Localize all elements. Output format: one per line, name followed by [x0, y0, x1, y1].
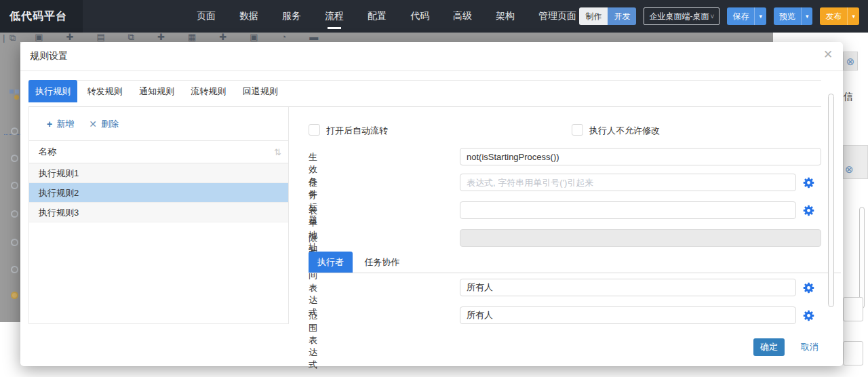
chevron-down-icon: ˅	[711, 13, 715, 20]
tree-bullet-icon	[11, 210, 18, 218]
dialog-footer: 确定 取消	[753, 338, 818, 356]
tab-flow-rule[interactable]: 流转规则	[184, 80, 233, 102]
app-logo: 低代码平台	[0, 0, 83, 33]
list-item-rule2-selected[interactable]: 执行规则2	[29, 183, 288, 203]
tree-bullet-icon	[11, 266, 18, 273]
nav-item-pages[interactable]: 页面	[197, 6, 216, 26]
toolbar-icon: ✚	[219, 33, 226, 42]
page-scrollbar-thumb[interactable]	[859, 207, 865, 309]
tree-bullet-icon	[11, 292, 18, 299]
column-name-label: 名称	[39, 146, 56, 158]
toolbar-icon: ✚	[66, 33, 74, 42]
tab-rollback-rule[interactable]: 回退规则	[236, 80, 285, 102]
assignee-subtabs: 执行者 任务协作	[309, 252, 841, 273]
time-limit-input	[460, 229, 821, 247]
auto-flow-label: 打开后自动流转	[326, 125, 388, 137]
close-icon[interactable]: ✕	[821, 48, 835, 62]
toolbar-icon: ▦	[188, 33, 196, 42]
nav-item-admin-pages[interactable]: 管理页面	[538, 6, 576, 26]
tab-notify-rule[interactable]: 通知规则	[132, 80, 181, 102]
toolbar-icon: ⧉	[128, 33, 134, 42]
preview-button[interactable]: 预览 ▾	[774, 7, 813, 25]
mode-toggle: 制作 开发	[579, 7, 636, 25]
save-dropdown-caret-icon[interactable]: ▾	[754, 7, 766, 25]
toolbar-icon: ◔	[281, 33, 287, 42]
rule-settings-dialog: 规则设置 ✕ 执行规则 转发规则 通知规则 流转规则 回退规则 + 新增 ✕ 删…	[20, 42, 843, 366]
condition-input[interactable]	[460, 148, 821, 165]
scope-expression-input[interactable]	[460, 306, 796, 324]
toolbar-icon: ▣	[35, 33, 43, 42]
tree-bullet-icon	[11, 182, 18, 189]
gear-icon[interactable]	[803, 177, 814, 188]
dimmed-sidebar-strip: | ⧉	[0, 33, 20, 322]
auto-flow-checkbox[interactable]	[309, 124, 320, 136]
list-item-rule3[interactable]: 执行规则3	[29, 203, 288, 222]
subtab-task-collaboration[interactable]: 任务协作	[355, 252, 408, 273]
divider-bar-icon: |	[3, 33, 5, 43]
cancel-button[interactable]: 取消	[801, 341, 818, 353]
nav-item-data[interactable]: 数据	[239, 6, 258, 26]
circle-cross-icon[interactable]: ⊗	[846, 56, 855, 66]
topbar-actions: 制作 开发 企业桌面端-桌面 ˅ 保存 ▾ 预览 ▾ 发布 ▾	[579, 7, 859, 25]
dialog-header: 规则设置 ✕	[20, 42, 843, 71]
nav-item-services[interactable]: 服务	[282, 6, 301, 26]
form-address-input[interactable]	[460, 201, 796, 219]
preview-dropdown-caret-icon[interactable]: ▾	[801, 7, 813, 25]
gear-icon[interactable]	[803, 205, 814, 216]
nav-item-advanced[interactable]: 高级	[453, 6, 472, 26]
confirm-button[interactable]: 确定	[753, 338, 785, 356]
delete-rule-button[interactable]: ✕ 删除	[89, 118, 119, 130]
subtab-executor[interactable]: 执行者	[309, 252, 353, 273]
publish-button[interactable]: 发布 ▾	[820, 7, 859, 25]
field-clear-box: ⊗	[843, 145, 868, 179]
mode-make-button[interactable]: 制作	[579, 7, 608, 25]
nav-item-code[interactable]: 代码	[410, 6, 429, 26]
no-modify-label: 执行人不允许修改	[589, 125, 660, 137]
tree-bullet-icon	[11, 155, 18, 162]
plus-icon: +	[47, 119, 52, 130]
list-item-rule1[interactable]: 执行规则1	[29, 163, 288, 183]
expression-input[interactable]	[460, 279, 796, 296]
toolbar-icon: ▬	[309, 33, 318, 42]
task-title-input[interactable]	[460, 174, 796, 191]
no-modify-checkbox[interactable]	[572, 124, 583, 136]
dimmed-toolbar-strip: ⧉ ▣ ✚ ▤ ⧉ ✚ ▦ ✚ ▣ ◔ ▬	[0, 33, 773, 42]
sort-icon[interactable]: ⇅	[274, 147, 281, 157]
panel-label-fragment: 信	[844, 91, 853, 103]
main-nav: 页面 数据 服务 流程 配置 代码 高级 架构 管理页面	[197, 6, 576, 26]
page-selector-dropdown[interactable]: 企业桌面端-桌面 ˅	[644, 7, 719, 25]
top-app-bar: 低代码平台 页面 数据 服务 流程 配置 代码 高级 架构 管理页面 制作 开发…	[0, 0, 868, 33]
copy-icon: ⧉	[9, 33, 16, 43]
add-rule-button[interactable]: + 新增	[47, 118, 74, 130]
panel-field-fragment	[843, 341, 863, 365]
dialog-scrollbar-thumb[interactable]	[828, 94, 834, 307]
tab-forward-rule[interactable]: 转发规则	[80, 80, 129, 102]
page-selector-value: 企业桌面端-桌面	[649, 11, 709, 22]
rule-list-panel: + 新增 ✕ 删除 名称 ⇅ 执行规则1 执行规则2 执行规则3	[28, 107, 289, 324]
gear-icon[interactable]	[803, 310, 814, 321]
circle-cross-icon[interactable]: ⊗	[845, 164, 854, 174]
cross-icon: ✕	[89, 119, 97, 130]
toolbar-icon: ▤	[97, 33, 105, 42]
dialog-title: 规则设置	[30, 50, 68, 62]
gear-icon[interactable]	[803, 282, 814, 294]
nav-item-process[interactable]: 流程	[325, 6, 344, 26]
tree-node-icon	[9, 90, 19, 99]
tab-execute-rule[interactable]: 执行规则	[28, 80, 77, 102]
scope-expression-label: 范围表达式	[309, 310, 317, 371]
tree-bullet-icon	[11, 127, 18, 135]
panel-field-fragment	[843, 297, 863, 321]
field-clear-box: ⊗	[843, 52, 858, 71]
rule-type-tabs: 执行规则 转发规则 通知规则 流转规则 回退规则	[28, 80, 821, 106]
publish-dropdown-caret-icon[interactable]: ▾	[847, 7, 859, 25]
nav-item-architecture[interactable]: 架构	[496, 6, 515, 26]
toolbar-icon: ▣	[250, 33, 258, 42]
save-button[interactable]: 保存 ▾	[727, 7, 766, 25]
toolbar-icon: ✚	[157, 33, 165, 42]
tree-bullet-icon	[11, 239, 18, 246]
rule-list-toolbar: + 新增 ✕ 删除	[29, 107, 288, 141]
list-column-header[interactable]: 名称 ⇅	[29, 141, 288, 163]
background-properties-panel: ⊗ 信 ⊗	[843, 33, 868, 377]
nav-item-config[interactable]: 配置	[368, 6, 387, 26]
mode-dev-button[interactable]: 开发	[608, 7, 636, 25]
